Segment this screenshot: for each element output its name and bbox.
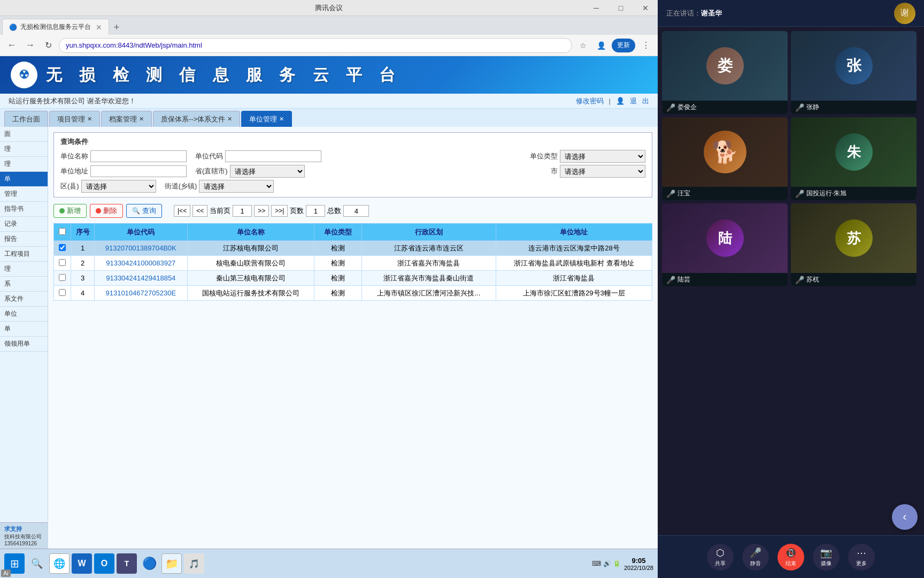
back-btn[interactable]: ← [4, 38, 19, 53]
tab-desktop[interactable]: 工作台面 [4, 111, 48, 127]
sidebar-item-13[interactable]: 单 [0, 322, 48, 337]
street-select[interactable]: 请选择 [199, 180, 274, 193]
tab-archive-close[interactable]: ✕ [139, 116, 144, 123]
sidebar-item-1[interactable]: 面 [0, 127, 48, 142]
update-btn[interactable]: 更新 [612, 39, 635, 52]
mic-icon-2: 🎤 [795, 103, 804, 112]
sidebar-item-14[interactable]: 领领用单 [0, 337, 48, 352]
td-checkbox-4[interactable] [54, 286, 71, 301]
sidebar-item-12[interactable]: 单位 [0, 307, 48, 322]
tab-unit-close[interactable]: ✕ [279, 116, 284, 123]
taskbar-teams-btn[interactable]: T [117, 553, 137, 574]
sidebar-item-9[interactable]: 理 [0, 262, 48, 277]
tab-project-close[interactable]: ✕ [87, 116, 92, 123]
mic-icon-5: 🎤 [666, 276, 675, 284]
district-select[interactable]: 请选择 [81, 180, 156, 193]
user-info: 站运行服务技术有限公司 谢圣华欢迎您！ [9, 96, 136, 106]
sidebar-item-7[interactable]: 报告 [0, 232, 48, 247]
city-select[interactable]: 请选择 [560, 165, 645, 178]
td-region-1: 江苏省连云港市连云区 [361, 241, 496, 256]
more-btn[interactable]: ⋯ 更多 [848, 544, 875, 571]
mic-btn[interactable]: 🎤 静音 [742, 544, 769, 571]
tab-archive[interactable]: 档案管理 ✕ [101, 111, 152, 127]
unit-code-input[interactable] [225, 150, 321, 162]
tab-quality-close[interactable]: ✕ [227, 116, 232, 123]
content-panel: 查询条件 单位名称 单位代码 单位类型 [48, 127, 658, 549]
select-all-checkbox[interactable] [59, 228, 66, 235]
sidebar-item-5[interactable]: 指导书 [0, 202, 48, 217]
avatar-3: 🐕 [704, 131, 746, 173]
taskbar-edge-btn[interactable]: 🌐 [49, 553, 70, 574]
maximize-btn[interactable]: □ [609, 0, 633, 16]
sidebar-item-2[interactable]: 理 [0, 142, 48, 157]
sidebar-scroll: 面 理 理 单 管理 指导书 记录 报告 工程项目 理 系 系文件 单位 单 领… [0, 127, 48, 522]
taskbar-search-btn[interactable]: 🔍 [27, 553, 47, 574]
browser-tab-active[interactable]: 🔵 无损检测信息服务云平台 ✕ [2, 19, 109, 35]
taskbar-outlook-btn[interactable]: O [94, 553, 114, 574]
tab-close-btn[interactable]: ✕ [96, 23, 102, 32]
support-phone: 13564199126 [4, 541, 43, 546]
taskbar-right: ⌨ 🔊 🔋 9:05 2022/10/28 [592, 557, 653, 571]
current-page-label: 当前页 [210, 206, 230, 216]
unit-address-input[interactable] [90, 165, 187, 177]
taskbar-word-btn[interactable]: W [72, 553, 92, 574]
camera-btn[interactable]: 📷 摄像 [813, 544, 840, 571]
th-checkbox [54, 224, 71, 241]
sidebar-item-mgmt[interactable]: 管理 [0, 187, 48, 202]
change-pwd-btn[interactable]: 修改密码 [576, 96, 604, 106]
page-last-btn[interactable]: >>| [271, 205, 288, 217]
total-input[interactable] [343, 205, 369, 217]
browser-tab-bar: 🔵 无损检测信息服务云平台 ✕ + [0, 16, 658, 35]
unit-type-select[interactable]: 请选择 [560, 150, 645, 163]
current-speaker: 谢圣华 [701, 9, 722, 18]
video-cell-1: 娄 🎤 娄俊企 [662, 31, 788, 114]
tab-unit[interactable]: 单位管理 ✕ [241, 111, 292, 127]
sidebar-item-11[interactable]: 系文件 [0, 292, 48, 307]
video-thumb-3: 🐕 [662, 117, 788, 187]
new-tab-btn[interactable]: + [109, 20, 124, 35]
tab-project[interactable]: 项目管理 ✕ [49, 111, 100, 127]
table-row[interactable]: 3 913304241429418854 秦山第三核电有限公司 检测 浙江省嘉兴… [54, 271, 652, 286]
page-count-input[interactable] [306, 205, 325, 217]
current-page-input[interactable] [233, 205, 252, 217]
end-call-btn[interactable]: 📵 结束 [777, 544, 804, 571]
province-select[interactable]: 请选择 [230, 165, 305, 178]
unit-name-input[interactable] [90, 150, 187, 162]
sidebar-item-8[interactable]: 工程项目 [0, 247, 48, 262]
td-checkbox-3[interactable] [54, 271, 71, 286]
sidebar-item-6[interactable]: 记录 [0, 217, 48, 232]
sidebar-item-4[interactable]: 单 [0, 172, 48, 187]
delete-btn[interactable]: 删除 [90, 204, 123, 218]
profile-btn[interactable]: 👤 [594, 38, 609, 53]
minimize-btn[interactable]: ─ [584, 0, 609, 16]
td-checkbox-1[interactable] [54, 241, 71, 256]
close-btn[interactable]: ✕ [633, 0, 658, 16]
share-btn[interactable]: ⬡ 共享 [707, 544, 734, 571]
exit-btn[interactable]: 出 [642, 96, 649, 106]
street-label: 街道(乡镇) [165, 181, 197, 191]
floating-action-btn[interactable]: ‹ [892, 504, 918, 530]
th-address: 单位地址 [496, 224, 652, 241]
bookmark-btn[interactable]: ☆ [575, 38, 590, 53]
taskbar-explorer-btn[interactable]: 📁 [161, 553, 182, 574]
reload-btn[interactable]: ↻ [41, 38, 56, 53]
page-next-btn[interactable]: >> [254, 205, 269, 217]
query-btn[interactable]: 🔍 查询 [126, 204, 162, 218]
taskbar-app-btn[interactable]: 🎵 [184, 553, 204, 574]
table-row[interactable]: 1 913207001389704B0K 江苏核电有限公司 检测 江苏省连云港市… [54, 241, 652, 256]
page-first-btn[interactable]: |<< [174, 205, 190, 217]
forward-btn[interactable]: → [22, 38, 37, 53]
sidebar-item-3[interactable]: 理 [0, 157, 48, 172]
td-name-3: 秦山第三核电有限公司 [187, 271, 314, 286]
page-prev-btn[interactable]: << [192, 205, 207, 217]
table-row[interactable]: 4 91310104672705230E 国核电站运行服务技术有限公司 检测 上… [54, 286, 652, 301]
taskbar-chrome-btn[interactable]: 🔵 [139, 553, 159, 574]
table-row[interactable]: 2 913304241000083927 核电秦山联营有限公司 检测 浙江省嘉兴… [54, 256, 652, 271]
add-btn[interactable]: 新增 [53, 204, 87, 218]
url-input[interactable] [59, 38, 572, 53]
tab-quality[interactable]: 质保体系-->体系文件 ✕ [153, 111, 240, 127]
menu-btn[interactable]: ⋮ [638, 38, 653, 53]
logout-btn[interactable]: 退 [630, 96, 637, 106]
sidebar-item-10[interactable]: 系 [0, 277, 48, 292]
td-checkbox-2[interactable] [54, 256, 71, 271]
